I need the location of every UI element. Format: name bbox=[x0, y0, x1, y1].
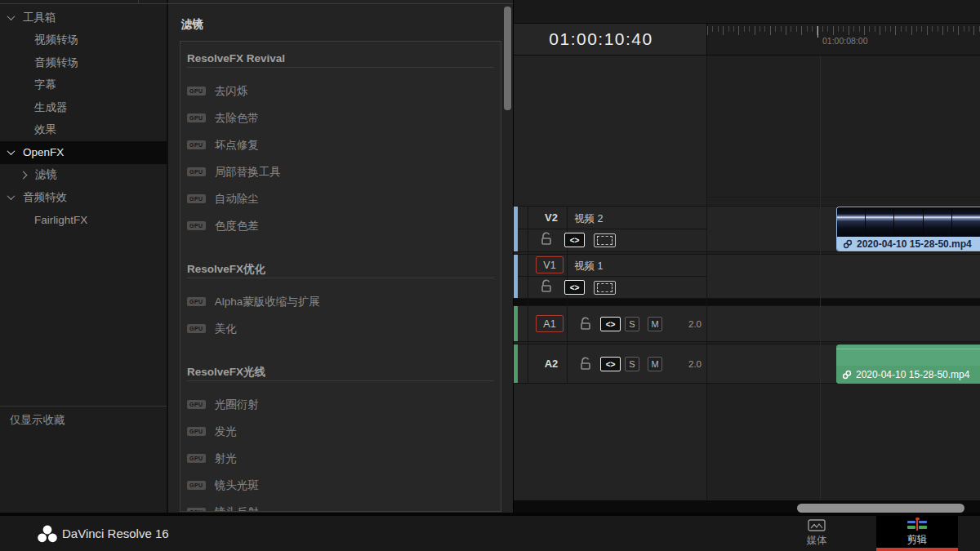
tab-edit-page-active[interactable]: 剪辑 bbox=[876, 516, 958, 551]
sidebar-item-audio-transitions[interactable]: 音频转场 bbox=[0, 51, 167, 74]
lock-icon[interactable] bbox=[580, 317, 591, 331]
fx-item-beauty[interactable]: GPU 美化 bbox=[180, 315, 501, 342]
fx-section-title: ResolveFX光线 bbox=[187, 365, 494, 381]
sidebar-item-toolbox[interactable]: 工具箱 bbox=[0, 7, 167, 29]
auto-select-button[interactable]: <> bbox=[564, 280, 585, 295]
fx-list-scrollbar[interactable] bbox=[504, 7, 511, 110]
fx-item-deflicker[interactable]: GPU 去闪烁 bbox=[180, 78, 501, 104]
gpu-badge-icon: GPU bbox=[187, 113, 206, 122]
lock-icon[interactable] bbox=[541, 279, 552, 293]
timeline-row-line bbox=[707, 197, 980, 198]
fx-item-label: 去除色带 bbox=[215, 111, 259, 126]
video-clip[interactable]: 2020-04-10 15-28-50.mp4 bbox=[836, 207, 980, 251]
chevron-down-icon[interactable] bbox=[7, 12, 16, 20]
fx-item-chromatic-aberration[interactable]: GPU 色度色差 bbox=[180, 212, 501, 239]
ruler-ticks-major bbox=[707, 26, 980, 35]
filters-list: ResolveFX Revival GPU 去闪烁 GPU 去除色带 GPU 坏… bbox=[180, 41, 501, 512]
sidebar-item-label: 生成器 bbox=[34, 100, 68, 115]
fx-section-title: ResolveFX优化 bbox=[187, 262, 494, 278]
davinci-resolve-window: 工具箱 视频转场 音频转场 字幕 生成器 效果 OpenFX bbox=[0, 0, 980, 551]
sidebar-divider bbox=[0, 406, 167, 407]
audio-clip[interactable]: 2020-04-10 15-28-50.mp4 bbox=[836, 344, 980, 384]
clip-thumbnails bbox=[837, 207, 980, 237]
edit-page-icon bbox=[906, 518, 928, 531]
chevron-down-icon[interactable] bbox=[7, 147, 16, 155]
solo-button[interactable]: S bbox=[625, 357, 639, 371]
track-name-v1: 视频 1 bbox=[574, 260, 603, 273]
fx-item-glow[interactable]: GPU 发光 bbox=[180, 418, 501, 445]
timeline-ruler[interactable]: 01:00:08:00 bbox=[707, 24, 980, 56]
fx-item-lens-flare[interactable]: GPU 镜头光斑 bbox=[180, 472, 501, 499]
sidebar-item-label: 工具箱 bbox=[23, 11, 56, 25]
track-subrow-divider bbox=[514, 276, 707, 277]
sidebar-item-effects[interactable]: 效果 bbox=[0, 119, 167, 142]
gpu-badge-icon: GPU bbox=[187, 324, 206, 333]
track-id-v2[interactable]: V2 bbox=[540, 211, 563, 224]
fx-item-automatic-dirt-removal[interactable]: GPU 自动除尘 bbox=[180, 185, 501, 212]
track-id-v1-selected[interactable]: V1 bbox=[536, 256, 564, 273]
track-channels-a2: 2.0 bbox=[677, 359, 702, 369]
fx-item-deband[interactable]: GPU 去除色带 bbox=[180, 104, 501, 131]
chevron-right-icon[interactable] bbox=[20, 171, 28, 179]
tab-media-page[interactable]: 媒体 bbox=[780, 516, 853, 551]
empty-frame-button[interactable] bbox=[594, 281, 616, 295]
fx-item-label: 射光 bbox=[215, 451, 237, 466]
solo-button[interactable]: S bbox=[625, 317, 639, 331]
sidebar-item-label: 滤镜 bbox=[35, 167, 57, 182]
waveform-line bbox=[836, 349, 980, 349]
mute-button[interactable]: M bbox=[648, 317, 662, 331]
sidebar-item-video-transitions[interactable]: 视频转场 bbox=[0, 29, 167, 52]
sidebar-item-label: 音频转场 bbox=[34, 56, 78, 70]
timecode-display[interactable]: 01:00:10:40 bbox=[514, 24, 707, 56]
panel-top-tick bbox=[138, 0, 139, 3]
auto-select-button[interactable]: <> bbox=[600, 317, 621, 331]
sidebar-item-titles[interactable]: 字幕 bbox=[0, 74, 167, 97]
track-id-a2[interactable]: A2 bbox=[540, 358, 563, 370]
fx-section-title: ResolveFX Revival bbox=[187, 51, 494, 68]
track-color-strip-v2 bbox=[514, 207, 518, 251]
track-id-a1-selected[interactable]: A1 bbox=[536, 315, 564, 332]
sidebar-item-fairlightfx[interactable]: FairlightFX bbox=[0, 209, 167, 232]
fx-item-label: Alpha蒙版收缩与扩展 bbox=[215, 295, 320, 309]
ruler-second-tick bbox=[817, 26, 818, 38]
chevron-down-icon[interactable] bbox=[7, 192, 16, 200]
lock-icon[interactable] bbox=[541, 232, 552, 246]
fx-item-alpha-matte-shrink[interactable]: GPU Alpha蒙版收缩与扩展 bbox=[180, 288, 501, 315]
fx-item-lens-reflections[interactable]: GPU 镜头反射 bbox=[180, 499, 501, 512]
ruler-timecode-label: 01:00:08:00 bbox=[822, 36, 867, 46]
gpu-badge-icon: GPU bbox=[187, 87, 206, 96]
auto-select-button[interactable]: <> bbox=[600, 357, 621, 371]
sidebar-item-label: OpenFX bbox=[23, 146, 64, 158]
fx-item-label: 局部替换工具 bbox=[215, 165, 281, 180]
favorites-only-toggle[interactable]: 仅显示收藏 bbox=[10, 413, 65, 428]
empty-frame-button[interactable] bbox=[594, 233, 616, 247]
auto-select-button[interactable]: <> bbox=[564, 233, 585, 247]
fx-item-aperture-diffraction[interactable]: GPU 光圈衍射 bbox=[180, 391, 501, 418]
gpu-badge-icon: GPU bbox=[187, 400, 206, 409]
link-icon bbox=[842, 370, 852, 380]
lock-icon[interactable] bbox=[580, 357, 591, 371]
gpu-badge-icon: GPU bbox=[187, 194, 206, 203]
sidebar-item-label: FairlightFX bbox=[34, 214, 87, 226]
gpu-badge-icon: GPU bbox=[187, 481, 206, 490]
gpu-badge-icon: GPU bbox=[187, 140, 206, 149]
gpu-badge-icon: GPU bbox=[187, 508, 206, 512]
sidebar-item-audio-fx[interactable]: 音频特效 bbox=[0, 186, 167, 209]
fx-item-light-rays[interactable]: GPU 射光 bbox=[180, 445, 501, 472]
clip-label: 2020-04-10 15-28-50.mp4 bbox=[837, 237, 980, 251]
fx-item-dead-pixel-fixer[interactable]: GPU 坏点修复 bbox=[180, 131, 501, 158]
gpu-badge-icon: GPU bbox=[187, 454, 206, 463]
timeline-gridline bbox=[820, 56, 821, 500]
gpu-badge-icon: GPU bbox=[187, 167, 206, 176]
fx-section-revival: ResolveFX Revival GPU 去闪烁 GPU 去除色带 GPU 坏… bbox=[180, 42, 501, 239]
fx-item-label: 去闪烁 bbox=[215, 84, 248, 99]
fx-item-label: 美化 bbox=[215, 322, 237, 336]
fx-item-patch-replacer[interactable]: GPU 局部替换工具 bbox=[180, 158, 501, 185]
sidebar-item-generators[interactable]: 生成器 bbox=[0, 96, 167, 119]
sidebar-item-filters[interactable]: 滤镜 bbox=[0, 164, 167, 187]
sidebar-item-label: 效果 bbox=[34, 122, 56, 137]
sidebar-item-openfx[interactable]: OpenFX bbox=[0, 141, 167, 164]
timeline-hscrollbar-thumb[interactable] bbox=[797, 504, 964, 513]
fx-item-label: 镜头反射 bbox=[215, 505, 259, 513]
mute-button[interactable]: M bbox=[648, 357, 662, 371]
